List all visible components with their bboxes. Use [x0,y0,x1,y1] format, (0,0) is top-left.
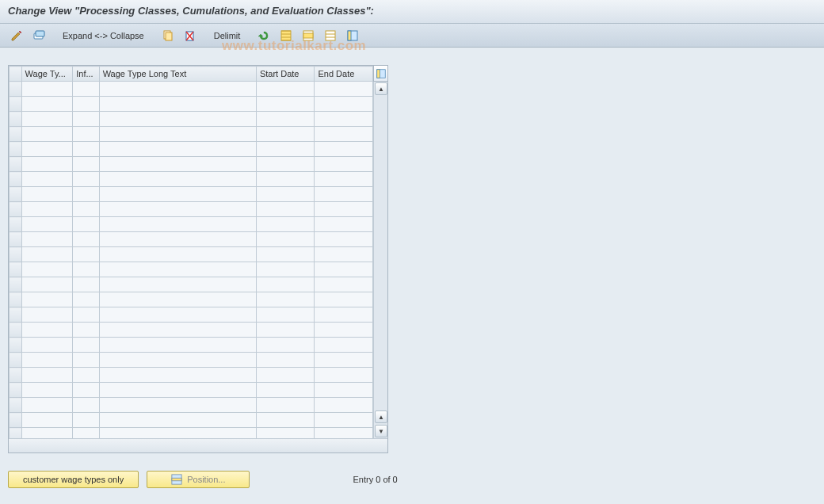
cell-start-date[interactable] [256,142,315,157]
cell-long-text[interactable] [99,338,256,353]
customer-wage-types-button[interactable]: customer wage types only [8,471,139,488]
column-header-wage-type-long-text[interactable]: Wage Type Long Text [99,67,256,82]
row-selector[interactable] [10,187,22,202]
cell-long-text[interactable] [99,202,256,217]
cell-inf[interactable] [73,398,99,413]
table-row[interactable] [10,217,373,232]
cell-end-date[interactable] [315,127,373,142]
cell-long-text[interactable] [99,82,256,97]
cell-wage-type[interactable] [21,202,73,217]
cell-wage-type[interactable] [21,292,73,307]
cell-end-date[interactable] [315,82,373,97]
table-row[interactable] [10,277,373,292]
cell-long-text[interactable] [99,97,256,112]
cell-end-date[interactable] [315,323,373,338]
table-row[interactable] [10,413,373,428]
cell-end-date[interactable] [315,217,373,232]
cell-inf[interactable] [73,112,99,127]
row-selector[interactable] [10,292,22,307]
cell-end-date[interactable] [315,307,373,323]
cell-start-date[interactable] [256,398,315,413]
cell-end-date[interactable] [315,157,373,172]
row-selector[interactable] [10,97,22,112]
cell-wage-type[interactable] [21,232,73,247]
row-selector[interactable] [10,353,22,368]
cell-end-date[interactable] [315,172,373,187]
table-row[interactable] [10,383,373,398]
cell-start-date[interactable] [256,112,315,127]
row-selector[interactable] [10,232,22,247]
cell-start-date[interactable] [256,172,315,187]
cell-long-text[interactable] [99,262,256,277]
row-selector[interactable] [10,338,22,353]
row-selector[interactable] [10,157,22,172]
table-row[interactable] [10,157,373,172]
cell-wage-type[interactable] [21,127,73,142]
table-row[interactable] [10,353,373,368]
cell-wage-type[interactable] [21,82,73,97]
cell-inf[interactable] [73,202,99,217]
cell-start-date[interactable] [256,413,315,428]
cell-long-text[interactable] [99,323,256,338]
scroll-up-icon[interactable]: ▲ [375,82,387,95]
table-row[interactable] [10,202,373,217]
cell-start-date[interactable] [256,127,315,142]
cell-inf[interactable] [73,353,99,368]
cell-start-date[interactable] [256,217,315,232]
row-selector[interactable] [10,368,22,383]
scroll-down-icon[interactable]: ▲ [375,410,387,423]
row-selector[interactable] [10,277,22,292]
cell-end-date[interactable] [315,277,373,292]
table-row[interactable] [10,112,373,127]
cell-inf[interactable] [73,142,99,157]
cell-inf[interactable] [73,383,99,398]
cell-inf[interactable] [73,307,99,323]
cell-start-date[interactable] [256,338,315,353]
cell-start-date[interactable] [256,97,315,112]
other-view-icon[interactable] [29,27,49,44]
table-row[interactable] [10,292,373,307]
vertical-scrollbar[interactable]: ▲ ▲ ▼ [373,82,387,438]
cell-wage-type[interactable] [21,247,73,262]
cell-wage-type[interactable] [21,97,73,112]
cell-end-date[interactable] [315,368,373,383]
row-selector[interactable] [10,383,22,398]
cell-long-text[interactable] [99,112,256,127]
row-selector[interactable] [10,127,22,142]
cell-inf[interactable] [73,323,99,338]
cell-start-date[interactable] [256,323,315,338]
table-row[interactable] [10,142,373,157]
cell-long-text[interactable] [99,187,256,202]
cell-end-date[interactable] [315,262,373,277]
cell-long-text[interactable] [99,157,256,172]
table-row[interactable] [10,82,373,97]
cell-wage-type[interactable] [21,338,73,353]
cell-start-date[interactable] [256,383,315,398]
delete-icon[interactable] [180,27,200,44]
table-settings-icon[interactable] [342,27,363,44]
table-row[interactable] [10,247,373,262]
cell-inf[interactable] [73,338,99,353]
row-selector[interactable] [10,112,22,127]
cell-long-text[interactable] [99,247,256,262]
cell-long-text[interactable] [99,353,256,368]
row-selector[interactable] [10,262,22,277]
cell-start-date[interactable] [256,202,315,217]
position-button[interactable]: Position... [147,471,250,488]
cell-long-text[interactable] [99,307,256,323]
cell-long-text[interactable] [99,292,256,307]
row-selector[interactable] [10,82,22,97]
undo-change-icon[interactable] [254,27,274,44]
cell-inf[interactable] [73,413,99,428]
row-selector[interactable] [10,413,22,428]
select-all-column-header[interactable] [10,67,22,82]
table-row[interactable] [10,232,373,247]
horizontal-scrollbar[interactable] [9,438,387,452]
table-row[interactable] [10,262,373,277]
row-selector[interactable] [10,247,22,262]
cell-inf[interactable] [73,97,99,112]
cell-long-text[interactable] [99,172,256,187]
cell-long-text[interactable] [99,127,256,142]
cell-long-text[interactable] [99,383,256,398]
cell-wage-type[interactable] [21,323,73,338]
